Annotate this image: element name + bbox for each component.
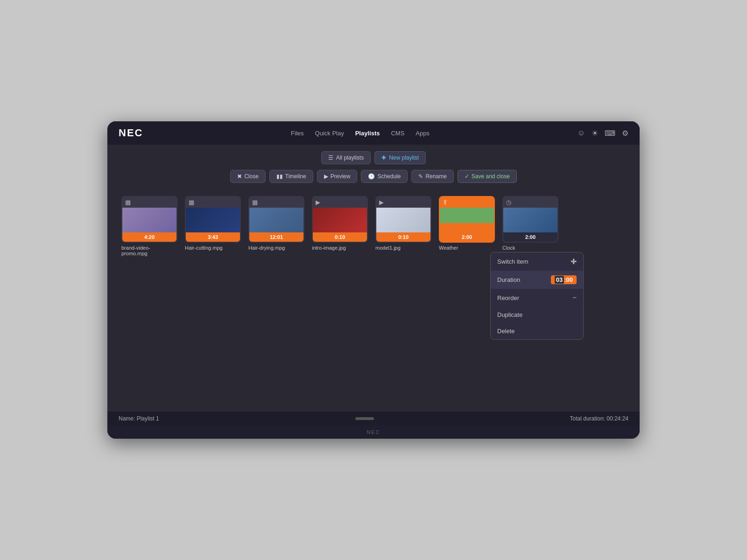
duration-input-row: 03:00 bbox=[551, 275, 577, 284]
save-and-close-button[interactable]: ✓ Save and close bbox=[458, 170, 517, 183]
plus-circle-icon: ✚ bbox=[381, 154, 386, 161]
image-icon-intro: ▶ bbox=[316, 199, 320, 206]
duration-bar-weather: 2:00 bbox=[440, 232, 494, 242]
item-label-model1: model1.jpg bbox=[375, 245, 401, 251]
timeline-button[interactable]: ▮▮ Timeline bbox=[269, 170, 313, 183]
top-navigation: NEC Files Quick Play Playlists CMS Apps … bbox=[107, 121, 640, 145]
nec-logo: NEC bbox=[119, 127, 143, 139]
ctx-duplicate[interactable]: Duplicate bbox=[491, 307, 583, 323]
ctx-switch-item[interactable]: Switch item ✚ bbox=[491, 252, 583, 271]
ctx-reorder-label: Reorder bbox=[497, 294, 519, 301]
playlist-item-hair-drying[interactable]: ▩ 12:01 Hair-drying.mpg bbox=[248, 196, 304, 251]
duration-text-clock: 2:00 bbox=[525, 234, 536, 240]
video-icon-hair-cutting: ▩ bbox=[189, 199, 194, 206]
tv-bezel: NEC bbox=[107, 426, 640, 439]
nav-files[interactable]: Files bbox=[291, 130, 303, 137]
clock-icon-clock: ◷ bbox=[506, 199, 511, 206]
new-playlist-button[interactable]: ✚ New playlist bbox=[374, 151, 426, 164]
ctx-delete-label: Delete bbox=[497, 328, 515, 335]
duration-bar-model1: 0:10 bbox=[376, 232, 430, 242]
playlist-item-hair-cutting[interactable]: ▩ 3:43 Hair-cutting.mpg bbox=[185, 196, 241, 251]
duration-text-hair-cutting: 3:43 bbox=[208, 234, 218, 240]
nav-cms[interactable]: CMS bbox=[391, 130, 404, 137]
wifi-icon[interactable]: ⌨ bbox=[605, 129, 615, 138]
plus-icon-switch: ✚ bbox=[571, 257, 577, 266]
item-label-weather: Weather bbox=[439, 245, 458, 251]
nav-quickplay[interactable]: Quick Play bbox=[315, 130, 344, 137]
image-icon-model1: ▶ bbox=[379, 199, 384, 206]
ctx-switch-label: Switch item bbox=[497, 258, 528, 265]
playlist-name: Name: Playlist 1 bbox=[119, 415, 159, 422]
nav-playlists[interactable]: Playlists bbox=[355, 130, 380, 137]
bezel-logo: NEC bbox=[366, 429, 380, 435]
duration-bar-hair-cutting: 3:43 bbox=[186, 232, 240, 242]
playlist-action-buttons: ☰ All playlists ✚ New playlist bbox=[321, 151, 426, 164]
duration-bar-hair-drying: 12:01 bbox=[249, 232, 303, 242]
widget-icon-weather: ⇧ bbox=[443, 199, 448, 206]
playlist-item-weather[interactable]: ⇧ 2:00 Weather bbox=[439, 196, 495, 251]
nav-apps[interactable]: Apps bbox=[416, 130, 430, 137]
duration-text-weather: 2:00 bbox=[462, 234, 472, 240]
minus-icon-reorder: − bbox=[572, 294, 577, 302]
video-icon-brand: ▩ bbox=[125, 199, 131, 206]
close-icon: ✖ bbox=[237, 173, 242, 180]
duration-bar-clock: 2:00 bbox=[503, 232, 557, 242]
duration-bar-brand: 4:20 bbox=[122, 232, 176, 242]
close-button[interactable]: ✖ Close bbox=[230, 170, 266, 183]
playlist-item-clock[interactable]: ◷ 2:00 Clock bbox=[502, 196, 558, 251]
preview-button[interactable]: ▶ Preview bbox=[317, 170, 358, 183]
tv-screen: NEC Files Quick Play Playlists CMS Apps … bbox=[107, 121, 640, 426]
rename-button[interactable]: ✎ Rename bbox=[411, 170, 453, 183]
ctx-duration[interactable]: Duration 03:00 bbox=[491, 271, 583, 289]
schedule-button[interactable]: 🕑 Schedule bbox=[361, 170, 408, 183]
item-card-brand-video[interactable]: ▩ 4:20 bbox=[121, 196, 177, 243]
ctx-duplicate-label: Duplicate bbox=[497, 311, 522, 318]
duration-seconds: 00 bbox=[566, 276, 573, 283]
all-playlists-button[interactable]: ☰ All playlists bbox=[321, 151, 371, 164]
ctx-reorder[interactable]: Reorder − bbox=[491, 289, 583, 307]
playlist-items-area: ▩ 4:20 brand-video-promo.mpg ▩ bbox=[107, 187, 640, 412]
item-card-intro-image[interactable]: ▶ 0:10 bbox=[312, 196, 368, 243]
item-card-clock[interactable]: ◷ 2:00 bbox=[502, 196, 558, 243]
settings-icon[interactable]: ⚙ bbox=[622, 129, 628, 138]
toolbar: ☰ All playlists ✚ New playlist ✖ Close ▮… bbox=[107, 145, 640, 187]
duration-text-model1: 0:10 bbox=[398, 234, 409, 240]
play-icon: ▶ bbox=[324, 173, 328, 180]
duration-bar-intro: 0:10 bbox=[313, 232, 367, 242]
scroll-indicator[interactable] bbox=[355, 417, 374, 420]
nav-icons: ☺ ☀ ⌨ ⚙ bbox=[578, 129, 628, 138]
duration-value[interactable]: 03:00 bbox=[551, 275, 577, 284]
user-icon[interactable]: ☺ bbox=[578, 129, 585, 137]
ctx-delete[interactable]: Delete bbox=[491, 323, 583, 339]
video-icon-hair-drying: ▩ bbox=[252, 199, 258, 206]
checkmark-icon: ✓ bbox=[465, 173, 469, 180]
list-icon: ☰ bbox=[328, 154, 333, 161]
item-card-hair-cutting[interactable]: ▩ 3:43 bbox=[185, 196, 241, 243]
tv-display: NEC Files Quick Play Playlists CMS Apps … bbox=[107, 121, 640, 439]
bottom-bar: Name: Playlist 1 Total duration: 00:24:2… bbox=[107, 412, 640, 426]
context-menu: Switch item ✚ Duration 03:00 Reorder − bbox=[490, 252, 584, 340]
duration-text-hair-drying: 12:01 bbox=[270, 234, 283, 240]
timeline-icon: ▮▮ bbox=[276, 173, 283, 180]
duration-text-brand: 4:20 bbox=[144, 234, 155, 240]
playlist-item-model1[interactable]: ▶ 0:10 model1.jpg bbox=[375, 196, 431, 251]
item-card-weather[interactable]: ⇧ 2:00 bbox=[439, 196, 495, 243]
item-card-model1[interactable]: ▶ 0:10 bbox=[375, 196, 431, 243]
schedule-icon: 🕑 bbox=[368, 173, 375, 180]
duration-text-intro: 0:10 bbox=[335, 234, 345, 240]
edit-action-buttons: ✖ Close ▮▮ Timeline ▶ Preview 🕑 Schedule… bbox=[230, 170, 517, 183]
globe-icon[interactable]: ☀ bbox=[592, 129, 598, 138]
item-card-hair-drying[interactable]: ▩ 12:01 bbox=[248, 196, 304, 243]
duration-highlight: 03 bbox=[555, 276, 564, 284]
ctx-duration-label: Duration bbox=[497, 276, 520, 283]
item-label-clock: Clock bbox=[502, 245, 515, 251]
playlist-item-brand-video[interactable]: ▩ 4:20 brand-video-promo.mpg bbox=[121, 196, 177, 256]
nav-links: Files Quick Play Playlists CMS Apps bbox=[291, 130, 430, 137]
playlist-item-intro-image[interactable]: ▶ 0:10 intro-image.jpg bbox=[312, 196, 368, 251]
total-duration: Total duration: 00:24:24 bbox=[570, 415, 628, 422]
item-label-brand: brand-video-promo.mpg bbox=[121, 245, 150, 256]
item-label-intro: intro-image.jpg bbox=[312, 245, 346, 251]
item-label-hair-drying: Hair-drying.mpg bbox=[248, 245, 285, 251]
item-label-hair-cutting: Hair-cutting.mpg bbox=[185, 245, 223, 251]
rename-icon: ✎ bbox=[418, 173, 423, 180]
